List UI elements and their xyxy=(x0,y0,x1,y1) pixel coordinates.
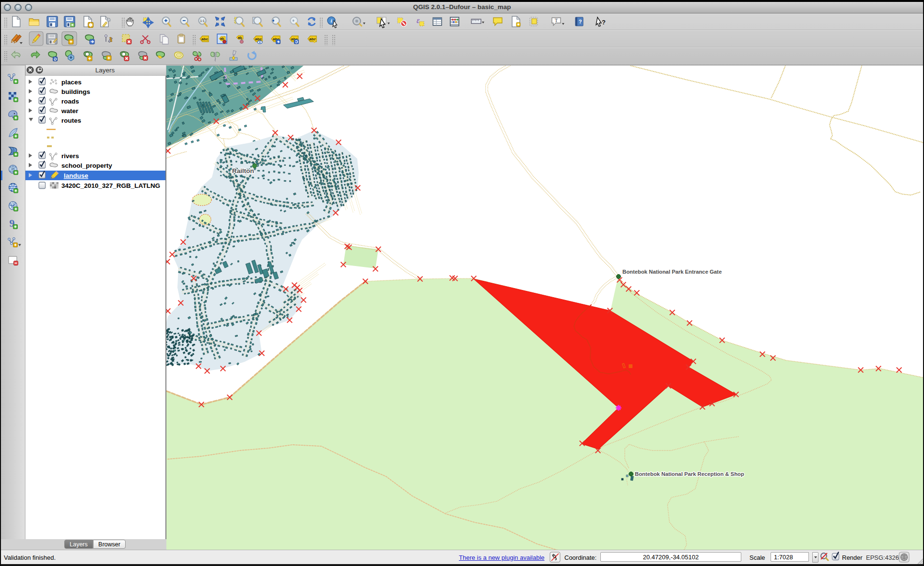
svg-text:?: ? xyxy=(602,19,606,26)
svg-text:Bontebok National Park Recepti: Bontebok National Park Reception & Shop xyxy=(635,471,744,477)
svg-text:Layers: Layers xyxy=(95,67,115,74)
svg-text:Bontebok National Park Entranc: Bontebok National Park Entrance Gate xyxy=(622,269,722,275)
svg-text:places: places xyxy=(61,79,82,86)
svg-text:routes: routes xyxy=(61,117,81,124)
svg-text:Railton: Railton xyxy=(232,167,254,174)
svg-text:school_property: school_property xyxy=(61,162,112,169)
svg-text:landuse: landuse xyxy=(64,172,89,179)
svg-text:ab: ab xyxy=(238,36,242,39)
svg-text:rivers: rivers xyxy=(61,152,79,160)
svg-text:T: T xyxy=(555,18,558,23)
svg-text:roads: roads xyxy=(61,98,79,105)
svg-text:3420C_2010_327_RGB_LATLNG: 3420C_2010_327_RGB_LATLNG xyxy=(61,182,160,189)
svg-text:abc: abc xyxy=(201,37,208,41)
svg-text:✱: ✱ xyxy=(88,22,93,28)
svg-text:ab: ab xyxy=(220,37,224,40)
svg-text:water: water xyxy=(61,107,79,115)
svg-text:?: ? xyxy=(579,19,582,24)
svg-text:1:1: 1:1 xyxy=(200,19,205,23)
svg-text:buildings: buildings xyxy=(61,88,90,95)
